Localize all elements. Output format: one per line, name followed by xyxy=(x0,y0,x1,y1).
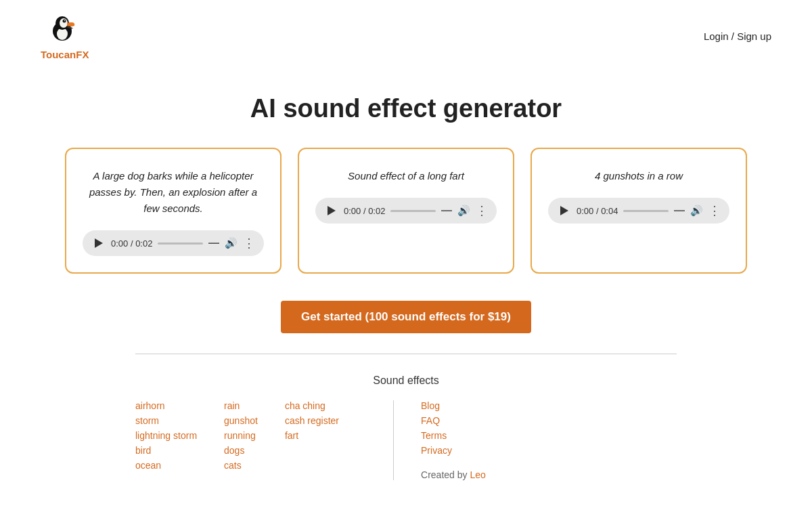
volume-icon-3[interactable]: 🔊 xyxy=(690,205,703,217)
progress-bar-1[interactable] xyxy=(158,242,203,245)
audio-player-1[interactable]: 0:00 / 0:02 — 🔊 ⋮ xyxy=(83,230,264,256)
footer-columns: airhorn storm lightning storm bird ocean… xyxy=(135,400,677,480)
get-started-button[interactable]: Get started (100 sound effects for $19) xyxy=(281,301,531,333)
link-faq[interactable]: FAQ xyxy=(421,415,486,426)
card-1-text: A large dog barks while a helicopter pas… xyxy=(83,168,264,217)
link-rain[interactable]: rain xyxy=(224,400,258,411)
footer-section: Sound effects airhorn storm lightning st… xyxy=(0,354,812,501)
volume-icon-2[interactable]: 🔊 xyxy=(457,205,470,217)
card-3: 4 gunshots in a row 0:00 / 0:04 — 🔊 ⋮ xyxy=(531,148,747,274)
link-dogs[interactable]: dogs xyxy=(224,445,258,456)
logo-area[interactable]: ToucanFX xyxy=(41,12,89,60)
more-icon-2[interactable]: ⋮ xyxy=(476,203,487,218)
cta-section: Get started (100 sound effects for $19) xyxy=(0,301,812,333)
link-cash-register[interactable]: cash register xyxy=(285,415,339,426)
more-icon-3[interactable]: ⋮ xyxy=(708,203,720,218)
footer-col-2: rain gunshot running dogs cats xyxy=(224,400,285,480)
progress-bar-3[interactable] xyxy=(623,210,669,212)
time-display-2: 0:00 / 0:02 xyxy=(344,206,385,216)
more-icon-1[interactable]: ⋮ xyxy=(243,236,254,251)
card-3-text: 4 gunshots in a row xyxy=(595,168,683,184)
footer-col-1: airhorn storm lightning storm bird ocean xyxy=(135,400,224,480)
link-cha-ching[interactable]: cha ching xyxy=(285,400,339,411)
dash-icon-3[interactable]: — xyxy=(674,205,685,217)
created-by-text: Created by Leo xyxy=(421,469,486,480)
time-display-1: 0:00 / 0:02 xyxy=(111,238,152,249)
play-icon-3 xyxy=(560,206,568,215)
link-gunshot[interactable]: gunshot xyxy=(224,415,258,426)
svg-point-5 xyxy=(64,20,65,22)
footer-vertical-divider xyxy=(393,400,394,480)
play-button-2[interactable] xyxy=(325,204,338,217)
audio-player-2[interactable]: 0:00 / 0:02 — 🔊 ⋮ xyxy=(315,198,497,224)
play-button-1[interactable] xyxy=(92,236,106,250)
time-display-3: 0:00 / 0:04 xyxy=(577,206,618,216)
link-privacy[interactable]: Privacy xyxy=(421,445,486,456)
link-terms[interactable]: Terms xyxy=(421,430,486,441)
link-lightning-storm[interactable]: lightning storm xyxy=(135,430,197,441)
link-blog[interactable]: Blog xyxy=(421,400,486,411)
dash-icon-2[interactable]: — xyxy=(441,205,452,217)
progress-bar-2[interactable] xyxy=(390,210,436,212)
dash-icon-1[interactable]: — xyxy=(208,237,219,249)
page-title: AI sound effect generator xyxy=(0,94,812,123)
card-1: A large dog barks while a helicopter pas… xyxy=(65,148,281,274)
card-2: Sound effect of a long fart 0:00 / 0:02 … xyxy=(298,148,514,274)
created-by-author-link[interactable]: Leo xyxy=(470,469,485,480)
login-signup-link[interactable]: Login / Sign up xyxy=(704,30,771,42)
play-button-3[interactable] xyxy=(558,204,571,217)
footer-section-title: Sound effects xyxy=(135,375,677,387)
cards-row: A large dog barks while a helicopter pas… xyxy=(0,148,812,274)
audio-player-3[interactable]: 0:00 / 0:04 — 🔊 ⋮ xyxy=(548,198,729,224)
card-2-text: Sound effect of a long fart xyxy=(348,168,464,184)
link-airhorn[interactable]: airhorn xyxy=(135,400,197,411)
toucan-logo-icon xyxy=(47,12,83,47)
play-icon-1 xyxy=(95,238,103,248)
play-icon-2 xyxy=(328,206,336,215)
footer-col-3: cha ching cash register fart xyxy=(285,400,366,480)
header-nav[interactable]: Login / Sign up xyxy=(704,30,771,43)
link-bird[interactable]: bird xyxy=(135,445,197,456)
link-running[interactable]: running xyxy=(224,430,258,441)
header: ToucanFX Login / Sign up xyxy=(0,0,812,67)
link-storm[interactable]: storm xyxy=(135,415,197,426)
link-ocean[interactable]: ocean xyxy=(135,460,197,471)
volume-icon-1[interactable]: 🔊 xyxy=(225,237,238,249)
link-fart[interactable]: fart xyxy=(285,430,339,441)
logo-label: ToucanFX xyxy=(41,49,89,60)
link-cats[interactable]: cats xyxy=(224,460,258,471)
footer-right-col: Blog FAQ Terms Privacy Created by Leo xyxy=(421,400,486,480)
